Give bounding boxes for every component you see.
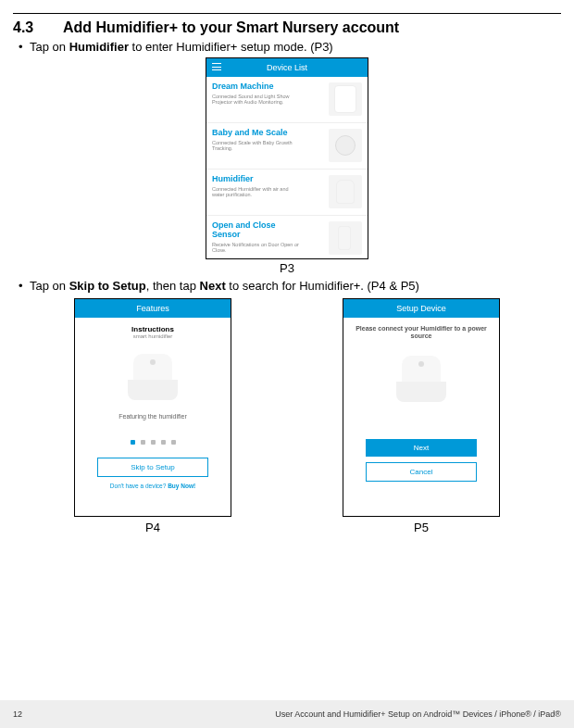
figure-p4-label: P4 bbox=[145, 521, 160, 534]
phone-p5-header: Setup Device bbox=[343, 299, 499, 318]
page-number: 12 bbox=[13, 709, 22, 719]
device-image bbox=[329, 221, 362, 255]
phone-p3: Device List Dream MachineConnected Sound… bbox=[206, 57, 368, 259]
device-image bbox=[329, 129, 362, 162]
section-number: 4.3 bbox=[13, 19, 63, 36]
instruction-bullet-1: • Tap on Humidifier to enter Humidifier+… bbox=[19, 40, 561, 54]
figure-p3-label: P3 bbox=[13, 261, 561, 275]
phone-p3-header: Device List bbox=[206, 58, 368, 77]
phone-p4-body: Instructions smart humidifier Featuring … bbox=[75, 318, 231, 516]
setup-message: Please connect your Humidifier to a powe… bbox=[351, 325, 492, 341]
page-dots[interactable] bbox=[131, 440, 176, 445]
skip-to-setup-button[interactable]: Skip to Setup bbox=[97, 458, 208, 477]
bullet-text: Tap on Humidifier to enter Humidifier+ s… bbox=[30, 40, 561, 54]
phone-p5: Setup Device Please connect your Humidif… bbox=[343, 298, 500, 517]
device-item-sensor[interactable]: Open and Close SensorReceive Notificatio… bbox=[206, 216, 368, 262]
humidifier-image bbox=[120, 346, 185, 400]
instructions-subtitle: smart humidifier bbox=[133, 333, 173, 339]
phone-p3-title: Device List bbox=[267, 63, 307, 72]
section-title: Add Humidifier+ to your Smart Nursery ac… bbox=[63, 19, 399, 35]
humidifier-image bbox=[389, 348, 454, 402]
bullet-dot: • bbox=[19, 279, 30, 293]
cancel-button[interactable]: Cancel bbox=[366, 462, 477, 482]
top-rule bbox=[13, 13, 561, 14]
footer-text: User Account and Humidifier+ Setup on An… bbox=[275, 709, 561, 719]
buy-now-link[interactable]: Don't have a device? Buy Now! bbox=[110, 483, 195, 489]
device-item-scale[interactable]: Baby and Me ScaleConnected Scale with Ba… bbox=[206, 123, 368, 169]
figure-p5-label: P5 bbox=[414, 521, 429, 534]
figures-p4-p5: Features Instructions smart humidifier F… bbox=[13, 298, 561, 534]
instruction-bullet-2: • Tap on Skip to Setup, then tap Next to… bbox=[19, 279, 561, 293]
hamburger-icon[interactable] bbox=[212, 63, 221, 70]
page-footer: 12 User Account and Humidifier+ Setup on… bbox=[0, 700, 574, 728]
phone-p4-header: Features bbox=[75, 299, 231, 318]
figure-p5-col: Setup Device Please connect your Humidif… bbox=[343, 298, 500, 534]
device-image bbox=[329, 82, 362, 116]
bullet-dot: • bbox=[19, 40, 30, 54]
page-content: 4.3Add Humidifier+ to your Smart Nursery… bbox=[0, 0, 574, 534]
instructions-title: Instructions bbox=[131, 325, 174, 333]
device-image bbox=[329, 175, 362, 208]
bullet-text: Tap on Skip to Setup, then tap Next to s… bbox=[30, 279, 561, 293]
device-item-humidifier[interactable]: HumidifierConnected Humidifier with air … bbox=[206, 169, 368, 216]
figure-p4-col: Features Instructions smart humidifier F… bbox=[74, 298, 231, 534]
feature-caption: Featuring the humidifier bbox=[119, 413, 187, 420]
figure-p3-wrap: Device List Dream MachineConnected Sound… bbox=[13, 57, 561, 259]
device-item-dream-machine[interactable]: Dream MachineConnected Sound and Light S… bbox=[206, 77, 368, 123]
next-button[interactable]: Next bbox=[366, 439, 477, 457]
phone-p5-body: Please connect your Humidifier to a powe… bbox=[343, 318, 499, 516]
section-heading: 4.3Add Humidifier+ to your Smart Nursery… bbox=[13, 19, 561, 36]
phone-p4: Features Instructions smart humidifier F… bbox=[74, 298, 231, 517]
